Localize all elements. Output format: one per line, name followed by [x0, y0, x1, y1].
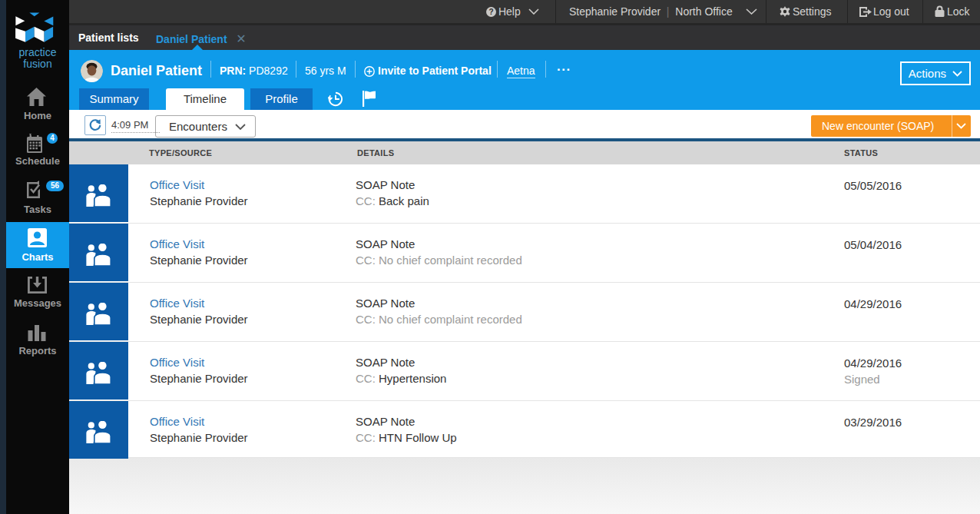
svg-text:?: ? — [488, 8, 493, 16]
